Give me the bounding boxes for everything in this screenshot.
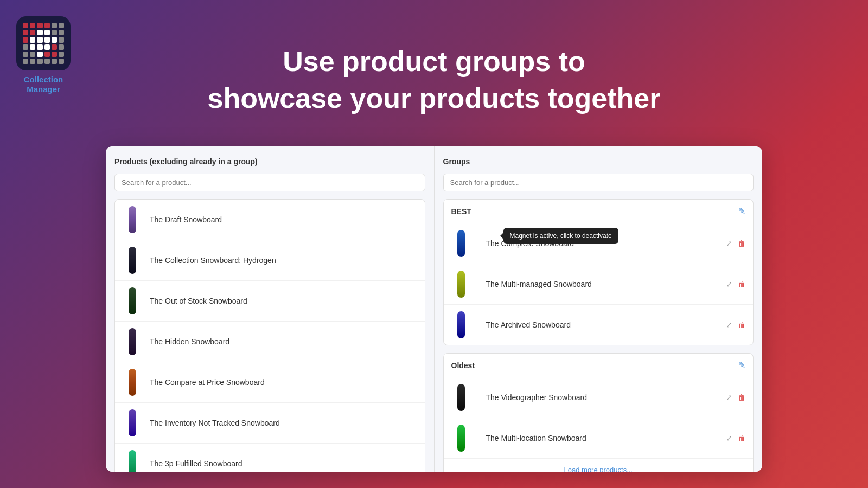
- product-item[interactable]: The 3p Fulfilled Snowboard: [115, 444, 425, 472]
- group-item-thumbnail: [451, 269, 471, 299]
- product-thumbnail: [123, 205, 142, 234]
- group-item-archived: The Archived Snowboard⤢🗑: [444, 305, 754, 345]
- group-item-name: The Archived Snowboard: [486, 320, 726, 329]
- product-item[interactable]: The Compare at Price Snowboard: [115, 362, 425, 403]
- delete-icon[interactable]: 🗑: [738, 434, 745, 442]
- delete-icon[interactable]: 🗑: [738, 320, 745, 329]
- group-item-complete: The Complete Snowboard⤢🗑Magnet is active…: [444, 223, 754, 264]
- main-panel: Products (excluding already in a group) …: [106, 146, 762, 472]
- expand-icon[interactable]: ⤢: [726, 239, 732, 248]
- product-item[interactable]: The Collection Snowboard: Hydrogen: [115, 240, 425, 281]
- hero-title: Use product groups to showcase your prod…: [0, 43, 868, 117]
- product-thumbnail: [123, 327, 142, 356]
- product-thumbnail: [123, 408, 142, 438]
- right-panel: Groups BEST✎The Complete Snowboard⤢🗑Magn…: [435, 146, 763, 472]
- group-item-thumbnail: [451, 310, 471, 339]
- delete-icon[interactable]: 🗑: [738, 393, 745, 402]
- group-item-actions: ⤢🗑: [726, 393, 745, 402]
- edit-group-button-best[interactable]: ✎: [738, 206, 745, 216]
- group-item-name: The Multi-location Snowboard: [486, 434, 726, 442]
- group-item-actions: ⤢🗑: [726, 280, 745, 288]
- left-panel-title: Products (excluding already in a group): [114, 157, 425, 166]
- group-item-multilocation: The Multi-location Snowboard⤢🗑: [444, 418, 754, 459]
- product-name: The Inventory Not Tracked Snowboard: [150, 419, 280, 427]
- product-item[interactable]: The Out of Stock Snowboard: [115, 281, 425, 322]
- group-section-oldest: Oldest✎The Videographer Snowboard⤢🗑The M…: [443, 353, 754, 472]
- delete-icon[interactable]: 🗑: [738, 280, 745, 288]
- product-name: The Collection Snowboard: Hydrogen: [150, 256, 276, 265]
- product-thumbnail: [123, 449, 142, 472]
- load-more-button[interactable]: Load more products...: [444, 459, 754, 472]
- product-name: The Compare at Price Snowboard: [150, 378, 265, 387]
- group-item-name: The Videographer Snowboard: [486, 393, 726, 402]
- product-item[interactable]: The Inventory Not Tracked Snowboard: [115, 403, 425, 444]
- group-item-videographer: The Videographer Snowboard⤢🗑: [444, 377, 754, 418]
- product-name: The 3p Fulfilled Snowboard: [150, 459, 242, 468]
- group-header-oldest: Oldest✎: [444, 354, 754, 377]
- groups-search-input[interactable]: [443, 174, 754, 191]
- group-name-oldest: Oldest: [451, 361, 475, 370]
- product-name: The Out of Stock Snowboard: [150, 297, 247, 305]
- groups-container: BEST✎The Complete Snowboard⤢🗑Magnet is a…: [443, 199, 754, 472]
- product-name: The Hidden Snowboard: [150, 337, 229, 346]
- product-item[interactable]: The Hidden Snowboard: [115, 322, 425, 362]
- groups-title: Groups: [443, 157, 754, 166]
- product-item[interactable]: The Draft Snowboard: [115, 200, 425, 240]
- group-name-best: BEST: [451, 207, 471, 216]
- group-section-best: BEST✎The Complete Snowboard⤢🗑Magnet is a…: [443, 199, 754, 345]
- group-item-name: The Multi-managed Snowboard: [486, 280, 726, 288]
- edit-group-button-oldest[interactable]: ✎: [738, 360, 745, 370]
- group-item-actions: ⤢🗑: [726, 239, 745, 248]
- group-item-thumbnail: [451, 229, 471, 258]
- expand-icon[interactable]: ⤢: [726, 393, 732, 402]
- products-search-input[interactable]: [114, 174, 425, 191]
- expand-icon[interactable]: ⤢: [726, 280, 732, 288]
- group-item-actions: ⤢🗑: [726, 434, 745, 442]
- expand-icon[interactable]: ⤢: [726, 320, 732, 329]
- delete-icon[interactable]: 🗑: [738, 239, 745, 248]
- hero-section: Use product groups to showcase your prod…: [0, 43, 868, 117]
- products-list: The Draft SnowboardThe Collection Snowbo…: [114, 199, 425, 472]
- product-thumbnail: [123, 246, 142, 275]
- group-item-actions: ⤢🗑: [726, 320, 745, 329]
- group-item-thumbnail: [451, 383, 471, 412]
- group-item-thumbnail: [451, 423, 471, 453]
- product-thumbnail: [123, 286, 142, 316]
- group-header-best: BEST✎: [444, 200, 754, 223]
- left-panel: Products (excluding already in a group) …: [106, 146, 435, 472]
- expand-icon[interactable]: ⤢: [726, 434, 732, 442]
- product-name: The Draft Snowboard: [150, 215, 222, 224]
- group-item-multimanaged: The Multi-managed Snowboard⤢🗑: [444, 264, 754, 305]
- group-item-name: The Complete Snowboard: [486, 239, 726, 248]
- product-thumbnail: [123, 368, 142, 397]
